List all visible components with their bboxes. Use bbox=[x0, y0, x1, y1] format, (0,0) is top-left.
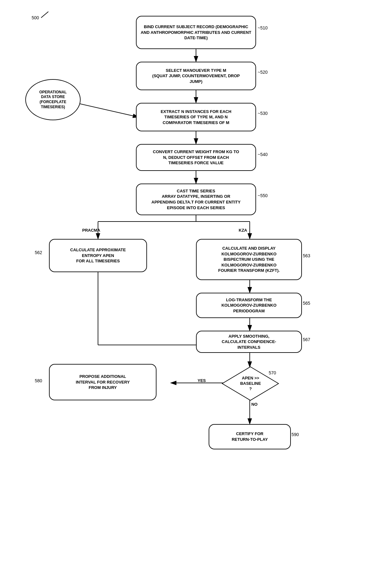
node-580: PROPOSE ADDITIONALINTERVAL FOR RECOVERYF… bbox=[49, 364, 156, 400]
datastore: OPERATIONALDATA STORE(FORCEPLATETIMESERI… bbox=[25, 79, 81, 120]
node-563: CALCULATE AND DISPLAYKOLMOGOROV-ZURBENKO… bbox=[196, 239, 302, 280]
node-590: CERTIFY FORRETURN-TO-PLAY bbox=[209, 424, 291, 449]
node-520: SELECT MANOUEVER TYPE M(SQUAT JUMP, COUN… bbox=[136, 62, 256, 90]
node-567: APPLY SMOOTHING,CALCULATE CONFIDENCE-INT… bbox=[196, 331, 302, 353]
ref-550: ~550 bbox=[258, 193, 268, 198]
ref-530: ~530 bbox=[258, 111, 268, 116]
ref-563: 563 bbox=[303, 253, 310, 258]
node-530: EXTRACT N INSTANCES FOR EACHTIMESERIES O… bbox=[136, 103, 256, 131]
ref-540: ~540 bbox=[258, 152, 268, 157]
flowchart-diagram: 500 BIND CURRENT SUBJECT RECORD (DEMOGRA… bbox=[0, 0, 392, 569]
kza-label: KZA bbox=[239, 228, 247, 233]
node-565: LOG-TRANSFORM THEKOLMOGOROV-ZURBENKOPERI… bbox=[196, 293, 302, 318]
pracma-label: PRACMA bbox=[82, 228, 100, 233]
ref-567: 567 bbox=[303, 337, 310, 342]
no-label: NO bbox=[251, 402, 258, 407]
ref-565: 565 bbox=[303, 301, 310, 306]
ref-500: 500 bbox=[32, 15, 39, 20]
ref-580: 580 bbox=[35, 378, 42, 383]
node-570: APEN >>BASELINE? bbox=[221, 366, 280, 402]
yes-label: YES bbox=[198, 378, 206, 383]
ref-510: ~510 bbox=[258, 25, 268, 30]
node-550: CAST TIME SERIESARRAY DATATYPE, INSERTIN… bbox=[136, 184, 256, 215]
node-540: CONVERT CURRENT WEIGHT FROM KG TON, DEDU… bbox=[136, 144, 256, 171]
ref-562: 562 bbox=[35, 250, 42, 255]
node-510: BIND CURRENT SUBJECT RECORD (DEMOGRAPHIC… bbox=[136, 16, 256, 49]
ref-590: 590 bbox=[291, 432, 299, 437]
ref-520: ~520 bbox=[258, 70, 268, 75]
node-562: CALCULATE APPROXIMATEENTROPY APENFOR ALL… bbox=[49, 239, 147, 272]
